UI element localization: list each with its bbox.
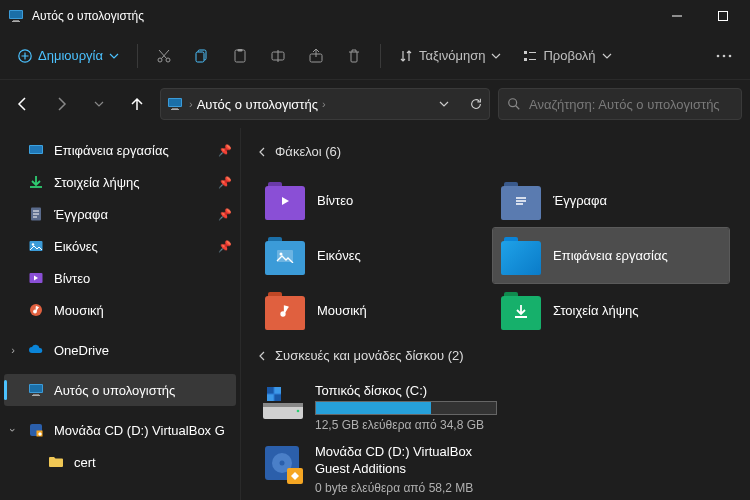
svg-rect-15 — [524, 58, 527, 61]
maximize-button[interactable] — [700, 0, 746, 32]
chevron-down-icon — [602, 51, 612, 61]
svg-rect-42 — [267, 387, 274, 394]
chevron-down-icon[interactable]: › — [7, 423, 19, 437]
back-button[interactable] — [8, 89, 38, 119]
group-label: Φάκελοι (6) — [275, 144, 341, 159]
folder-icon — [48, 454, 64, 470]
sidebar-item-onedrive[interactable]: › OneDrive — [0, 334, 240, 366]
svg-rect-40 — [263, 403, 303, 407]
pin-icon: 📌 — [218, 208, 232, 221]
sort-button[interactable]: Ταξινόμηση — [389, 40, 511, 72]
breadcrumb: › Αυτός ο υπολογιστής › — [189, 97, 326, 112]
cut-button[interactable] — [146, 40, 182, 72]
address-bar[interactable]: › Αυτός ο υπολογιστής › — [160, 88, 490, 120]
chevron-right-icon[interactable]: › — [322, 98, 326, 110]
view-button[interactable]: Προβολή — [513, 40, 621, 72]
sidebar-item-label: Εικόνες — [54, 239, 98, 254]
music-folder-icon — [265, 292, 305, 330]
chevron-down-icon — [257, 147, 267, 157]
forward-button[interactable] — [46, 89, 76, 119]
drives-grid: Τοπικός δίσκος (C:) 12,5 GB ελεύθερα από… — [257, 377, 734, 500]
sidebar-item-desktop[interactable]: Επιφάνεια εργασίας 📌 — [0, 134, 240, 166]
svg-rect-43 — [275, 387, 282, 394]
separator — [380, 44, 381, 68]
refresh-icon[interactable] — [469, 97, 483, 111]
paste-button[interactable] — [222, 40, 258, 72]
rename-icon — [270, 48, 286, 64]
svg-point-17 — [723, 54, 726, 57]
folder-videos[interactable]: Βίντεο — [257, 173, 493, 228]
group-header-folders[interactable]: Φάκελοι (6) — [253, 140, 734, 163]
svg-rect-9 — [196, 52, 204, 62]
folder-label: Εικόνες — [317, 248, 361, 263]
sidebar-item-cd[interactable]: › Μονάδα CD (D:) VirtualBox G — [0, 414, 240, 446]
folder-desktop[interactable]: Επιφάνεια εργασίας — [493, 228, 729, 283]
sidebar-item-videos[interactable]: Βίντεο — [0, 262, 240, 294]
svg-rect-14 — [524, 51, 527, 54]
folder-label: Στοιχεία λήψης — [553, 303, 639, 318]
svg-rect-27 — [30, 241, 43, 251]
hdd-icon — [261, 383, 305, 423]
sidebar-item-downloads[interactable]: Στοιχεία λήψης 📌 — [0, 166, 240, 198]
recent-button[interactable] — [84, 89, 114, 119]
documents-folder-icon — [501, 182, 541, 220]
drive-c[interactable]: Τοπικός δίσκος (C:) 12,5 GB ελεύθερα από… — [257, 377, 501, 438]
music-icon — [28, 302, 44, 318]
svg-rect-33 — [33, 394, 39, 395]
folder-label: Βίντεο — [317, 193, 353, 208]
svg-rect-1 — [10, 11, 22, 18]
trash-icon — [346, 48, 362, 64]
clipboard-icon — [232, 48, 248, 64]
search-box[interactable] — [498, 88, 742, 120]
view-label: Προβολή — [543, 48, 595, 63]
rename-button[interactable] — [260, 40, 296, 72]
share-button[interactable] — [298, 40, 334, 72]
sidebar-item-pictures[interactable]: Εικόνες 📌 — [0, 230, 240, 262]
chevron-right-icon[interactable]: › — [6, 344, 20, 356]
sidebar-item-cert[interactable]: cert — [0, 446, 240, 478]
up-button[interactable] — [122, 89, 152, 119]
this-pc-icon — [8, 8, 24, 24]
copy-button[interactable] — [184, 40, 220, 72]
view-icon — [523, 49, 537, 63]
svg-rect-20 — [169, 99, 181, 106]
ellipsis-icon — [716, 54, 732, 58]
new-button[interactable]: Δημιουργία — [8, 40, 129, 72]
folders-grid: Βίντεο Έγγραφα Εικόνες Επιφάνεια εργασία… — [257, 173, 734, 338]
this-pc-icon — [28, 382, 44, 398]
svg-rect-3 — [12, 21, 20, 22]
folder-documents[interactable]: Έγγραφα — [493, 173, 729, 228]
sidebar-item-music[interactable]: Μουσική — [0, 294, 240, 326]
svg-rect-45 — [275, 395, 282, 402]
group-header-drives[interactable]: Συσκευές και μονάδες δίσκου (2) — [253, 344, 734, 367]
folder-downloads[interactable]: Στοιχεία λήψης — [493, 283, 729, 338]
video-folder-icon — [265, 182, 305, 220]
breadcrumb-segment[interactable]: Αυτός ο υπολογιστής — [197, 97, 318, 112]
group-label: Συσκευές και μονάδες δίσκου (2) — [275, 348, 464, 363]
minimize-button[interactable] — [654, 0, 700, 32]
svg-point-23 — [509, 99, 517, 107]
folder-label: Μουσική — [317, 303, 367, 318]
folder-music[interactable]: Μουσική — [257, 283, 493, 338]
search-icon — [507, 97, 521, 111]
video-icon — [28, 270, 44, 286]
svg-point-38 — [280, 252, 283, 255]
svg-point-7 — [166, 58, 170, 62]
drive-d[interactable]: Μονάδα CD (D:) VirtualBox Guest Addition… — [257, 438, 501, 500]
folder-pictures[interactable]: Εικόνες — [257, 228, 493, 283]
sort-icon — [399, 49, 413, 63]
drive-name: Μονάδα CD (D:) VirtualBox Guest Addition… — [315, 444, 497, 478]
capacity-bar — [315, 401, 497, 415]
chevron-down-icon[interactable] — [439, 99, 449, 109]
delete-button[interactable] — [336, 40, 372, 72]
pin-icon: 📌 — [218, 144, 232, 157]
search-input[interactable] — [529, 97, 733, 112]
more-button[interactable] — [706, 40, 742, 72]
chevron-right-icon[interactable]: › — [189, 98, 193, 110]
disc-box-icon — [261, 444, 305, 484]
sidebar-item-thispc[interactable]: Αυτός ο υπολογιστής — [4, 374, 236, 406]
sidebar-item-label: Έγγραφα — [54, 207, 108, 222]
desktop-icon — [28, 142, 44, 158]
scissors-icon — [156, 48, 172, 64]
sidebar-item-documents[interactable]: Έγγραφα 📌 — [0, 198, 240, 230]
